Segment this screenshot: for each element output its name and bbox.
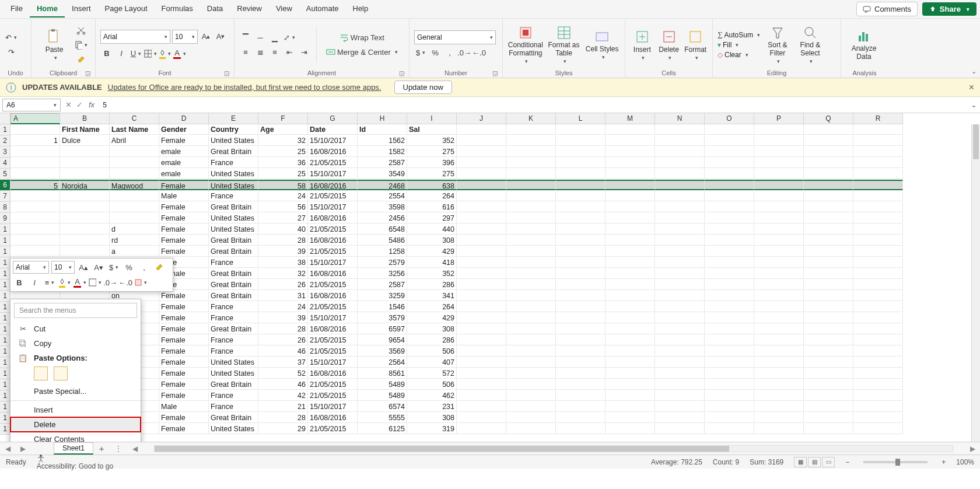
- cell[interactable]: First Name: [60, 124, 110, 135]
- cell[interactable]: [556, 191, 606, 201]
- cell[interactable]: [606, 357, 655, 368]
- cell[interactable]: 1562: [358, 135, 407, 146]
- cell[interactable]: [655, 213, 705, 223]
- cell[interactable]: Great Britain: [209, 324, 258, 334]
- row-header[interactable]: 1: [0, 357, 10, 368]
- cell[interactable]: [754, 280, 804, 290]
- clear-button[interactable]: ◇Clear▾: [718, 51, 760, 59]
- row-header[interactable]: 1: [0, 324, 10, 335]
- cell[interactable]: [606, 235, 655, 246]
- cell[interactable]: 15/10/2017: [308, 202, 358, 212]
- row-header[interactable]: 1: [0, 302, 10, 313]
- cell[interactable]: Male: [159, 191, 209, 201]
- cell[interactable]: [853, 146, 903, 157]
- cell[interactable]: 24: [258, 191, 308, 201]
- cell[interactable]: France: [209, 302, 258, 312]
- cell[interactable]: [705, 180, 754, 190]
- cell[interactable]: 231: [407, 401, 457, 412]
- cell[interactable]: 21/05/2015: [308, 246, 358, 257]
- cell[interactable]: Gender: [159, 124, 209, 135]
- cell[interactable]: 2456: [358, 213, 407, 223]
- zoom-slider[interactable]: [863, 461, 928, 463]
- cell[interactable]: [556, 180, 606, 190]
- cell[interactable]: 36: [258, 158, 308, 168]
- cell[interactable]: 506: [407, 346, 457, 357]
- cell[interactable]: [804, 246, 853, 257]
- cell[interactable]: [506, 424, 556, 434]
- cell[interactable]: [506, 357, 556, 368]
- cell[interactable]: [556, 202, 606, 212]
- cell[interactable]: [705, 191, 754, 201]
- cell[interactable]: 5555: [358, 413, 407, 423]
- indent-increase[interactable]: ⇥: [298, 46, 310, 58]
- cell[interactable]: 2587: [358, 280, 407, 290]
- cell[interactable]: [754, 346, 804, 357]
- cell[interactable]: Female: [159, 313, 209, 323]
- cell[interactable]: [705, 235, 754, 246]
- cell[interactable]: [655, 268, 705, 279]
- row-header[interactable]: 1: [0, 268, 10, 280]
- cell[interactable]: Id: [358, 124, 407, 135]
- cell[interactable]: 319: [407, 424, 457, 434]
- cell-styles-button[interactable]: Cell Styles▾: [584, 22, 620, 68]
- cell[interactable]: Female: [159, 291, 209, 301]
- cut-button[interactable]: [75, 24, 88, 37]
- cell[interactable]: 308: [407, 413, 457, 423]
- cell[interactable]: 39: [258, 246, 308, 257]
- cell[interactable]: Great Britain: [209, 379, 258, 390]
- cell[interactable]: France: [209, 401, 258, 412]
- cell[interactable]: [705, 313, 754, 323]
- cell[interactable]: 1546: [358, 302, 407, 312]
- mini-fill-color[interactable]: ◊▾: [58, 276, 71, 289]
- row-header[interactable]: 9: [0, 213, 10, 224]
- cell[interactable]: 6125: [358, 424, 407, 434]
- cell[interactable]: [506, 302, 556, 312]
- cell[interactable]: [655, 302, 705, 312]
- cell[interactable]: [556, 424, 606, 434]
- cell[interactable]: [853, 390, 903, 401]
- cell[interactable]: [853, 257, 903, 268]
- cell[interactable]: [110, 213, 159, 223]
- cell[interactable]: [804, 224, 853, 235]
- cell[interactable]: [506, 235, 556, 246]
- cell[interactable]: Dulce: [60, 135, 110, 146]
- cell[interactable]: emale: [159, 169, 209, 179]
- paste-button[interactable]: Paste▾: [36, 22, 72, 68]
- accessibility-status[interactable]: Accessibility: Good to go: [37, 454, 113, 470]
- borders-button[interactable]: ▾: [144, 47, 157, 60]
- col-header[interactable]: I: [407, 113, 457, 124]
- sheet-tab[interactable]: Sheet1: [54, 442, 93, 455]
- cell[interactable]: [60, 158, 110, 168]
- cell[interactable]: [705, 146, 754, 157]
- cell[interactable]: 3598: [358, 202, 407, 212]
- cell[interactable]: [457, 302, 506, 312]
- cell[interactable]: [60, 235, 110, 246]
- row-header[interactable]: 3: [0, 146, 10, 158]
- ribbon-collapse-button[interactable]: ⌄: [971, 68, 977, 75]
- cell[interactable]: 15/10/2017: [308, 357, 358, 368]
- cell[interactable]: 16/08/2016: [308, 368, 358, 379]
- share-button[interactable]: Share▾: [922, 2, 977, 16]
- cell[interactable]: [655, 401, 705, 412]
- cell[interactable]: [705, 202, 754, 212]
- cell[interactable]: [556, 313, 606, 323]
- zoom-in[interactable]: +: [942, 458, 946, 466]
- view-page-layout[interactable]: ▤: [808, 457, 821, 467]
- cell[interactable]: 308: [407, 235, 457, 246]
- mini-dec-decimal[interactable]: ←.0: [119, 276, 132, 289]
- cell[interactable]: [853, 346, 903, 357]
- cell[interactable]: [705, 268, 754, 279]
- cell[interactable]: 9654: [358, 335, 407, 345]
- cell[interactable]: 2468: [358, 180, 407, 190]
- conditional-formatting-button[interactable]: Conditional Formatting▾: [508, 22, 544, 68]
- mini-shrink-font[interactable]: A▾: [92, 261, 105, 274]
- cell[interactable]: [705, 368, 754, 379]
- cell[interactable]: [754, 335, 804, 345]
- col-header[interactable]: Q: [804, 113, 853, 124]
- cell[interactable]: [705, 158, 754, 168]
- cell[interactable]: 25: [258, 169, 308, 179]
- cell[interactable]: [606, 268, 655, 279]
- cell[interactable]: 8561: [358, 368, 407, 379]
- cell[interactable]: 21/05/2015: [308, 424, 358, 434]
- cell[interactable]: 28: [258, 324, 308, 334]
